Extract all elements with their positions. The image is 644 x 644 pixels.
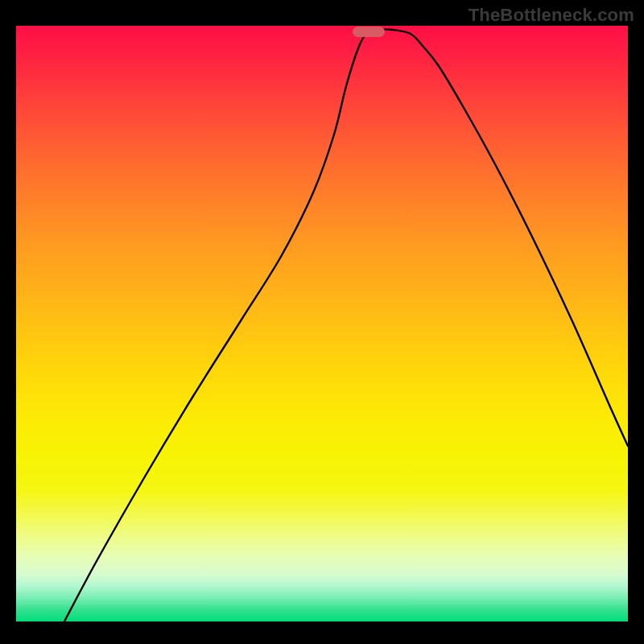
chart-container: TheBottleneck.com	[0, 0, 644, 644]
bottleneck-marker	[353, 27, 385, 37]
watermark-text: TheBottleneck.com	[469, 5, 634, 26]
bottleneck-curve	[16, 26, 628, 621]
plot-area	[16, 26, 628, 621]
